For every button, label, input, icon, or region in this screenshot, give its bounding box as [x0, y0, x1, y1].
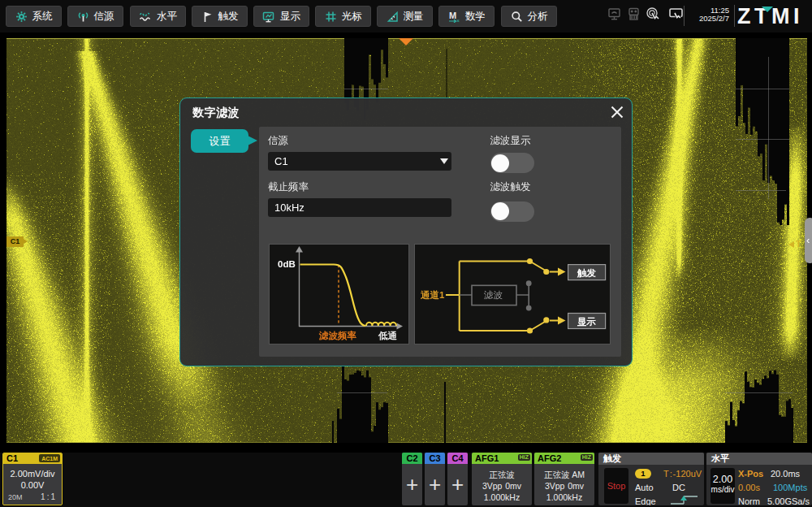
- svg-text:滤波频率: 滤波频率: [318, 330, 357, 341]
- svg-text:0dB: 0dB: [278, 259, 296, 269]
- svg-text:×: ×: [456, 18, 460, 23]
- svg-text:触发: 触发: [577, 267, 597, 277]
- svg-text:显示: 显示: [577, 316, 597, 326]
- svg-text:通道1: 通道1: [420, 290, 445, 300]
- svg-text:M: M: [449, 11, 456, 20]
- svg-text:低通: 低通: [378, 331, 398, 340]
- svg-text:滤波: 滤波: [483, 290, 503, 300]
